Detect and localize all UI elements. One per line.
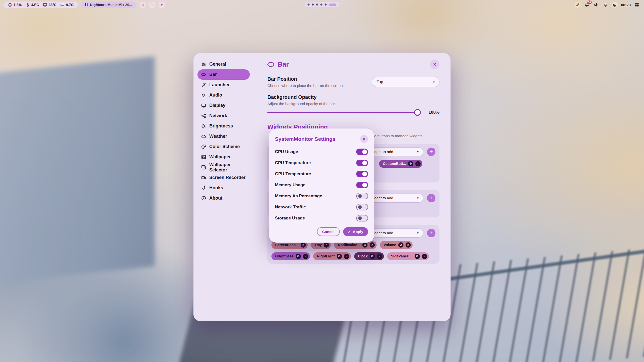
widget-remove-icon[interactable]: × — [303, 254, 308, 259]
widget-settings-icon[interactable]: ⚙ — [337, 254, 342, 259]
system-stats-pill[interactable]: 1.8% 43°C 38°C 9.7G — [4, 2, 78, 8]
widget-settings-icon[interactable]: ⚙ — [398, 242, 404, 248]
pause-icon[interactable] — [85, 3, 88, 6]
cpu-icon — [8, 3, 12, 7]
widget-chip-label: Notification... — [338, 243, 360, 247]
window-close-button[interactable]: × — [430, 60, 439, 69]
widget-remove-icon[interactable]: × — [301, 242, 306, 248]
sidebar-item-display[interactable]: Display — [197, 100, 250, 111]
add-widget-button[interactable]: + — [427, 229, 435, 237]
toggle-cpu-temperature[interactable] — [356, 160, 368, 166]
thermometer-icon — [26, 3, 30, 7]
toggle-gpu-temperature[interactable] — [356, 171, 368, 177]
gpu-icon — [43, 3, 47, 7]
widget-remove-icon[interactable]: × — [377, 254, 382, 259]
toggle-cpu-usage[interactable] — [356, 149, 368, 155]
workspace-active-pill[interactable] — [329, 4, 337, 6]
sidebar-item-weather[interactable]: Weather — [197, 131, 250, 142]
cpu-temp-value: 43°C — [31, 3, 39, 7]
add-widget-button[interactable]: + — [427, 148, 435, 156]
bar-position-dropdown[interactable]: Top ▾ — [372, 77, 439, 87]
sidebar-item-label: Color Scheme — [209, 144, 240, 149]
settings-window: General Bar Launcher Audio Display Netwo… — [193, 53, 451, 321]
opacity-slider-knob[interactable] — [414, 109, 421, 116]
workspace-dot[interactable] — [316, 4, 318, 6]
workspace-dot[interactable] — [312, 4, 314, 6]
workspace-dot[interactable] — [325, 4, 327, 6]
sidebar-item-about[interactable]: About — [197, 193, 250, 203]
widget-chip-label: SidePanelT... — [391, 254, 413, 258]
notification-bell-icon[interactable]: 10 — [584, 2, 590, 8]
toggle-label: Network Traffic — [275, 205, 306, 210]
heart-outline-button[interactable]: ♡ — [149, 2, 155, 8]
widget-chip-brightness[interactable]: Brightness ⚙ × — [271, 252, 310, 260]
widget-chip-nightlight[interactable]: NightLight ⚙ × — [313, 252, 351, 260]
sidebar-item-network[interactable]: Network — [197, 111, 250, 121]
sidebar-item-brightness[interactable]: Brightness — [197, 121, 250, 131]
toggle-memory-as-percentage[interactable] — [356, 193, 368, 199]
widget-remove-icon[interactable]: × — [415, 161, 421, 166]
sidebar-item-color-scheme[interactable]: Color Scheme — [197, 142, 250, 152]
sidebar-item-wallpaper-selector[interactable]: Wallpaper Selector — [197, 162, 250, 172]
media-player-pill[interactable]: Nightcore Music Mix 20... — [81, 2, 136, 8]
modal-close-button[interactable]: × — [360, 135, 368, 143]
widget-settings-icon[interactable]: ⚙ — [408, 161, 413, 166]
emoji-button[interactable]: ☺ — [140, 2, 146, 8]
pen-icon[interactable] — [575, 2, 581, 8]
page-title: Bar — [277, 61, 289, 68]
toggle-network-traffic[interactable] — [356, 204, 368, 210]
notification-count-badge: 10 — [587, 1, 592, 4]
widget-remove-icon[interactable]: × — [324, 242, 329, 248]
bar-position-description: Choose where to place the bar on the scr… — [267, 83, 344, 88]
widget-chip-label: Clock — [358, 254, 368, 258]
desktop: 1.8% 43°C 38°C 9.7G Nightcore Music Mix … — [0, 0, 644, 362]
clock[interactable]: 00:28 — [621, 3, 631, 7]
toggle-storage-usage[interactable] — [356, 215, 368, 221]
sidebar-item-bar[interactable]: Bar — [197, 69, 250, 80]
toggle-memory-usage[interactable] — [356, 182, 368, 188]
sidebar-item-screen-recorder[interactable]: Screen Recorder — [197, 172, 250, 183]
image-icon — [201, 155, 206, 159]
volume-icon[interactable] — [593, 2, 599, 8]
toggle-row: GPU Temperature — [275, 168, 368, 179]
widget-settings-icon[interactable]: ⚙ — [296, 254, 301, 259]
sidebar-item-audio[interactable]: Audio — [197, 90, 250, 100]
widget-chip-custombutton[interactable]: CustomButt... ⚙ × — [379, 160, 422, 168]
widget-remove-icon[interactable]: × — [344, 254, 349, 259]
toggle-label: CPU Temperature — [275, 160, 311, 165]
widget-remove-icon[interactable]: × — [370, 242, 375, 248]
widget-settings-icon[interactable]: ⚙ — [362, 242, 368, 248]
toggle-row: Memory Usage — [275, 179, 368, 191]
bar-pill-icon — [267, 62, 274, 67]
widget-settings-icon[interactable]: ⚙ — [370, 254, 375, 259]
sidebar-item-general[interactable]: General — [197, 59, 250, 69]
add-widget-button[interactable]: + — [427, 194, 435, 202]
night-light-icon[interactable] — [612, 2, 618, 8]
toggle-label: GPU Temperature — [275, 171, 311, 176]
widget-chip-volume[interactable]: Volume ⚙ × — [380, 241, 413, 249]
widget-remove-icon[interactable]: × — [406, 242, 411, 248]
chip-row: Brightness ⚙ × NightLight ⚙ × Clock ⚙ × — [271, 252, 435, 260]
widget-chip-clock[interactable]: Clock ⚙ × — [354, 252, 384, 260]
sidebar-item-label: Launcher — [209, 82, 230, 87]
workspace-indicator[interactable] — [305, 2, 339, 7]
cancel-button[interactable]: Cancel — [317, 227, 340, 236]
widget-settings-icon[interactable]: ⚙ — [415, 254, 420, 259]
sidebar-item-wallpaper[interactable]: Wallpaper — [197, 152, 250, 162]
widget-remove-icon[interactable]: × — [422, 254, 427, 259]
apply-button[interactable]: ✓ Apply — [343, 227, 368, 236]
app-grid-icon[interactable] — [634, 2, 640, 8]
modal-actions: Cancel ✓ Apply — [275, 227, 368, 236]
systemmonitor-settings-modal: SystemMonitor Settings × CPU Usage CPU T… — [269, 128, 374, 243]
sidebar-item-hooks[interactable]: Hooks — [197, 183, 250, 193]
sidebar-item-launcher[interactable]: Launcher — [197, 80, 250, 90]
workspace-dot[interactable] — [320, 4, 323, 6]
toggle-knob — [358, 205, 362, 209]
rocket-icon — [201, 82, 206, 87]
heart-button[interactable]: ♥ — [159, 2, 165, 8]
widget-chip-sidepanel[interactable]: SidePanelT... ⚙ × — [387, 252, 429, 260]
info-icon — [201, 196, 206, 201]
microphone-icon[interactable] — [602, 2, 609, 8]
opacity-slider[interactable] — [267, 112, 420, 113]
workspace-dot[interactable] — [308, 4, 310, 6]
